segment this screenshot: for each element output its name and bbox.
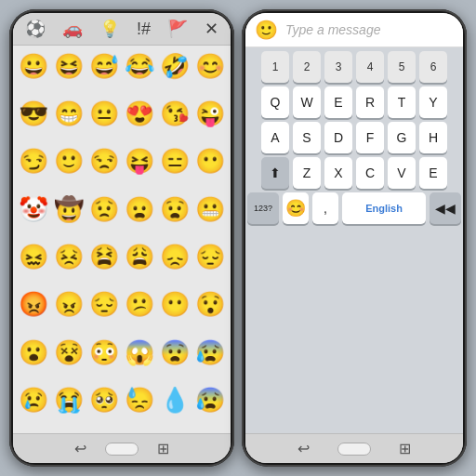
key-h[interactable]: H [419,122,447,153]
emoji-cold-sweat[interactable]: 😰 [193,336,227,369]
emoji-scream[interactable]: 😱 [123,336,156,369]
key-y[interactable]: Y [419,86,447,118]
key-f[interactable]: F [356,122,384,153]
key-x[interactable]: X [324,157,352,189]
emoji-sweat-smile[interactable]: 😅 [87,49,121,83]
emoji-fearful[interactable]: 😨 [158,336,192,369]
emoji-smirk[interactable]: 😏 [17,145,50,178]
emoji-dizzy[interactable]: 😵 [52,336,86,369]
key-q[interactable]: Q [261,86,289,118]
emoji-cowboy[interactable]: 🤠 [52,192,86,226]
emoji-tab-flags[interactable]: 🚩 [167,19,188,39]
key-c[interactable]: C [356,157,384,189]
emoji-sad[interactable]: 😞 [158,241,192,274]
shift-key[interactable]: ⬆ [261,157,289,189]
emoji-slightly-smiling[interactable]: 🙂 [52,145,86,178]
emoji-wink[interactable]: 😜 [193,97,227,130]
key-1[interactable]: 1 [261,51,289,83]
emoji-stuck-out-tongue[interactable]: 😝 [123,145,156,178]
key-z[interactable]: Z [293,157,321,189]
emoji-anguished[interactable]: 😧 [158,192,192,226]
emoji-confounded[interactable]: 😖 [17,241,50,274]
emoji-toolbar: ⚽ 🚗 💡 !# 🚩 ✕ [13,13,231,46]
emoji-frowning[interactable]: 😦 [123,192,156,226]
emoji-neutral[interactable]: 😐 [87,97,121,130]
emoji-confused[interactable]: 😕 [123,288,156,322]
back-button[interactable]: ↩ [74,440,86,457]
qwerty-row3: ⬆ Z X C V E [247,157,461,189]
key-3[interactable]: 3 [324,51,352,83]
emoji-grin[interactable]: 😁 [52,97,86,130]
emoji-no-mouth2[interactable]: 😶 [158,288,192,322]
emoji-rage[interactable]: 😠 [52,288,86,322]
left-phone: ⚽ 🚗 💡 !# 🚩 ✕ 😀 😆 😅 😂 🤣 😊 😎 😁 😐 😍 😘 😜 😏 🙂… [9,9,234,467]
emoji-droplet[interactable]: 💧 [158,384,192,417]
key-4[interactable]: 4 [356,51,384,83]
right-menu-button[interactable]: ⊞ [399,440,411,457]
emoji-sweat[interactable]: 😓 [123,384,156,417]
key-v[interactable]: V [388,157,416,189]
emoji-flushed[interactable]: 😳 [87,336,121,369]
emoji-no-mouth[interactable]: 😶 [193,145,227,178]
emoji-sunglasses[interactable]: 😎 [17,97,50,130]
emoji-expressionless[interactable]: 😑 [158,145,192,178]
emoji-hushed[interactable]: 😯 [193,288,227,322]
right-home-button[interactable] [337,443,371,456]
emoji-angry[interactable]: 😡 [17,288,50,322]
emoji-tab-close[interactable]: ✕ [205,19,218,39]
emoji-joy[interactable]: 😂 [123,49,156,83]
key-g[interactable]: G [388,122,416,153]
message-input[interactable]: Type a message [285,22,454,37]
key-e[interactable]: E [324,86,352,118]
backspace-key[interactable]: ◀◀ [430,192,461,224]
key-s[interactable]: S [293,122,321,153]
emoji-cry[interactable]: 😢 [17,384,50,417]
menu-button[interactable]: ⊞ [157,440,169,457]
emoji-tab-travel[interactable]: 🚗 [62,19,83,39]
qwerty-row1: Q W E R T Y [247,86,461,118]
key-t[interactable]: T [388,86,416,118]
key-6[interactable]: 6 [419,51,447,83]
home-button[interactable] [105,443,139,456]
emoji-unamused[interactable]: 😒 [87,145,121,178]
emoji-disappointed[interactable]: 😔 [193,241,227,274]
key-w[interactable]: W [293,86,321,118]
key-r[interactable]: R [356,86,384,118]
key-a[interactable]: A [261,122,289,153]
emoji-worried[interactable]: 😟 [87,192,121,226]
emoji-pensive[interactable]: 😔 [87,288,121,322]
key-d[interactable]: D [324,122,352,153]
smiley-icon[interactable]: 🙂 [255,19,278,41]
right-back-button[interactable]: ↩ [298,440,310,457]
emoji-clown[interactable]: 🤡 [17,192,50,226]
emoji-grinning[interactable]: 😀 [17,49,50,83]
emoji-tab-symbols[interactable]: !# [137,20,151,39]
key-5[interactable]: 5 [388,51,416,83]
number-row: 1 2 3 4 5 6 [247,51,461,83]
emoji-sob[interactable]: 😭 [52,384,86,417]
emoji-pleading[interactable]: 🥺 [87,384,121,417]
key-2[interactable]: 2 [293,51,321,83]
emoji-rofl[interactable]: 🤣 [158,49,192,83]
num-toggle-key[interactable]: 123? [247,192,279,224]
space-key[interactable]: English [342,192,426,224]
right-phone-screen: 🙂 Type a message 1 2 3 4 5 6 Q W E R T Y [245,13,463,463]
emoji-grimacing[interactable]: 😬 [193,192,227,226]
key-e2[interactable]: E [419,157,447,189]
emoji-kissing-heart[interactable]: 😘 [158,97,192,130]
emoji-laughing[interactable]: 😆 [52,49,86,83]
emoji-weary[interactable]: 😩 [123,241,156,274]
message-bar: 🙂 Type a message [245,13,463,47]
emoji-heart-eyes[interactable]: 😍 [123,97,156,130]
emoji-cold-sweat2[interactable]: 😰 [193,384,227,417]
emoji-tired[interactable]: 😫 [87,241,121,274]
emoji-persevere[interactable]: 😣 [52,241,86,274]
emoji-tab-objects[interactable]: 💡 [99,19,120,39]
emoji-grid: 😀 😆 😅 😂 🤣 😊 😎 😁 😐 😍 😘 😜 😏 🙂 😒 😝 😑 😶 🤡 🤠 … [13,46,231,433]
emoji-tab-sports[interactable]: ⚽ [25,19,46,39]
comma-key[interactable]: , [312,192,338,224]
emoji-blush[interactable]: 😊 [193,49,227,83]
right-phone-bottom-bar: ↩ ⊞ [245,433,463,463]
emoji-keyboard-key[interactable]: 😊 [283,192,309,224]
emoji-open-mouth[interactable]: 😮 [17,336,50,369]
